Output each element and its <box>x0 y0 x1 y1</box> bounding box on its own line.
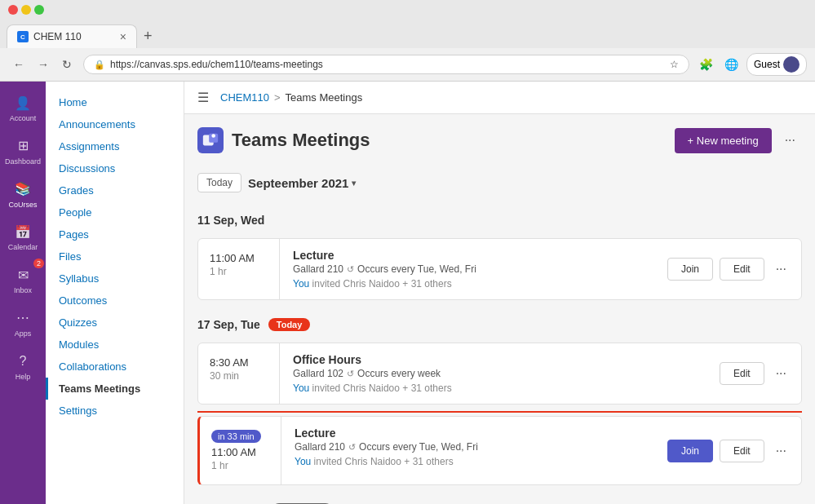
sidebar-link-grades[interactable]: Grades <box>46 179 184 201</box>
sidebar-item-modules[interactable]: Modules <box>46 334 184 356</box>
sidebar-link-files[interactable]: Files <box>46 245 184 267</box>
page-more-options-button[interactable]: ··· <box>778 128 802 153</box>
join-button-sep17-lecture[interactable]: Join <box>667 440 713 462</box>
rail-label-account: Account <box>10 114 37 123</box>
forward-button[interactable]: → <box>33 55 54 74</box>
sidebar-item-syllabus[interactable]: Syllabus <box>46 267 184 290</box>
rail-item-calendar[interactable]: 📅 Calendar <box>3 217 42 257</box>
meeting-info: Lecture Gallard 210 ↺ Occurs every Tue, … <box>280 239 658 299</box>
join-button-sep11-lecture[interactable]: Join <box>667 258 713 281</box>
sidebar-link-people[interactable]: People <box>46 201 184 223</box>
more-options-button-sep17-office[interactable]: ··· <box>771 363 791 384</box>
rail-item-courses[interactable]: 📚 CoUrses <box>3 175 42 214</box>
meeting-time: 11:00 AM <box>211 446 269 458</box>
sidebar-item-discussions[interactable]: Discussions <box>46 157 184 179</box>
day-date-label: 11 Sep, Wed <box>197 214 264 227</box>
edit-button-sep11-lecture[interactable]: Edit <box>720 258 764 281</box>
refresh-button[interactable]: ↻ <box>57 55 77 74</box>
rail-item-help[interactable]: ? Help <box>3 347 42 387</box>
new-meeting-button[interactable]: + New meeting <box>675 128 772 153</box>
sidebar-link-collaborations[interactable]: Collaborations <box>46 356 184 378</box>
back-button[interactable]: ← <box>8 55 29 74</box>
url-text: https://canvas.sps.edu/chem110/teams-mee… <box>110 59 665 70</box>
invitees-you: You <box>293 382 309 394</box>
breadcrumb: ☰ CHEM110 > Teams Meetings <box>184 82 815 114</box>
sidebar-link-syllabus[interactable]: Syllabus <box>46 267 184 290</box>
sidebar-item-collaborations[interactable]: Collaborations <box>46 356 184 378</box>
rail-label-help: Help <box>16 373 31 382</box>
sidebar-item-files[interactable]: Files <box>46 245 184 267</box>
tab-title: CHEM 110 <box>33 31 82 42</box>
sidebar-link-settings[interactable]: Settings <box>46 400 184 422</box>
breadcrumb-separator: > <box>274 91 281 104</box>
month-selector[interactable]: Septeember 2021 ▾ <box>248 176 356 190</box>
rail-item-inbox[interactable]: ✉ Inbox 2 <box>3 260 42 300</box>
edit-button-sep17-office[interactable]: Edit <box>720 362 764 385</box>
profile-icon[interactable]: 🌐 <box>721 55 742 74</box>
time-column: in 33 min 11:00 AM 1 hr <box>200 417 281 484</box>
extensions-button[interactable]: 🧩 <box>696 55 716 74</box>
sidebar-item-settings[interactable]: Settings <box>46 400 184 422</box>
sidebar-link-quizzes[interactable]: Quizzes <box>46 312 184 334</box>
sidebar-item-grades[interactable]: Grades <box>46 179 184 201</box>
meeting-actions: Join Edit ··· <box>658 417 801 484</box>
sidebar-link-home[interactable]: Home <box>46 91 184 113</box>
meetings-container: 11 Sep, Wed 11:00 AM 1 hr Lecture Gallar… <box>197 209 802 504</box>
sidebar-item-pages[interactable]: Pages <box>46 223 184 245</box>
sidebar-item-outcomes[interactable]: Outcomes <box>46 290 184 312</box>
hamburger-menu[interactable]: ☰ <box>197 90 209 105</box>
inbox-icon: ✉ <box>13 265 33 285</box>
bookmark-icon[interactable]: ☆ <box>670 59 679 70</box>
window-minimize-button[interactable] <box>21 5 31 15</box>
sidebar-link-outcomes[interactable]: Outcomes <box>46 290 184 312</box>
rail-collapse-button[interactable]: ← <box>3 491 42 504</box>
today-button[interactable]: Today <box>197 173 241 192</box>
rail-label-apps: Apps <box>15 329 32 338</box>
sidebar-item-people[interactable]: People <box>46 201 184 223</box>
content-area: Teams Meetings + New meeting ··· Today S… <box>184 114 815 504</box>
rail-item-dashboard[interactable]: ⊞ Dashboard <box>3 131 42 171</box>
collapse-icon: ← <box>13 496 33 504</box>
sidebar-link-modules[interactable]: Modules <box>46 334 184 356</box>
title-bar <box>0 0 815 20</box>
chevron-down-icon: ▾ <box>352 179 356 188</box>
rail-item-apps[interactable]: ⋯ Apps <box>3 303 42 343</box>
sidebar-link-pages[interactable]: Pages <box>46 223 184 245</box>
new-tab-button[interactable]: + <box>137 24 159 48</box>
window-close-button[interactable] <box>8 5 18 15</box>
window-maximize-button[interactable] <box>34 5 44 15</box>
edit-button-sep17-lecture[interactable]: Edit <box>720 440 764 462</box>
day-header: 17 Sep, Tue Today <box>197 313 802 336</box>
url-bar[interactable]: 🔒 https://canvas.sps.edu/chem110/teams-m… <box>83 55 689 74</box>
rail-item-account[interactable]: 👤 Account <box>3 88 42 128</box>
meeting-actions: Join Edit ··· <box>658 239 801 299</box>
recurrence-text: Occurs every Tue, Wed, Fri <box>359 441 478 453</box>
sidebar-link-teams-meetings[interactable]: Teams Meetings <box>48 378 184 400</box>
more-options-button-sep17-lecture[interactable]: ··· <box>771 440 791 462</box>
sidebar-link-assignments[interactable]: Assignments <box>46 135 184 157</box>
sidebar-item-announcements[interactable]: Announcements <box>46 113 184 135</box>
active-tab[interactable]: C CHEM 110 × <box>7 24 137 48</box>
sidebar-item-quizzes[interactable]: Quizzes <box>46 312 184 334</box>
meeting-duration: 1 hr <box>211 460 269 471</box>
guest-badge[interactable]: Guest <box>746 53 807 76</box>
recurrence-icon: ↺ <box>348 442 356 453</box>
sidebar-link-discussions[interactable]: Discussions <box>46 157 184 179</box>
more-options-button-sep11-lecture[interactable]: ··· <box>771 259 791 280</box>
window-controls[interactable] <box>8 5 44 15</box>
sidebar-item-home[interactable]: Home <box>46 91 184 113</box>
meeting-card-sep17-office: 8:30 AM 30 min Office Hours Gallard 102 … <box>197 343 802 405</box>
sidebar-link-announcements[interactable]: Announcements <box>46 113 184 135</box>
meeting-invitees: You invited Chris Naidoo + 31 others <box>295 456 644 467</box>
day-section-sep17: 17 Sep, Tue Today 8:30 AM 30 min Office … <box>197 313 802 485</box>
breadcrumb-course-link[interactable]: CHEM110 <box>220 91 269 104</box>
sidebar-item-teams-meetings[interactable]: Teams Meetings <box>46 378 184 400</box>
meeting-name: Lecture <box>293 249 644 262</box>
recurrence-icon: ↺ <box>347 264 354 275</box>
tab-close-button[interactable]: × <box>120 30 126 43</box>
invitees-you: You <box>293 278 309 290</box>
rail-label-courses: CoUrses <box>8 201 37 210</box>
meeting-name: Lecture <box>295 427 644 440</box>
sidebar-item-assignments[interactable]: Assignments <box>46 135 184 157</box>
dashboard-icon: ⊞ <box>13 136 33 156</box>
